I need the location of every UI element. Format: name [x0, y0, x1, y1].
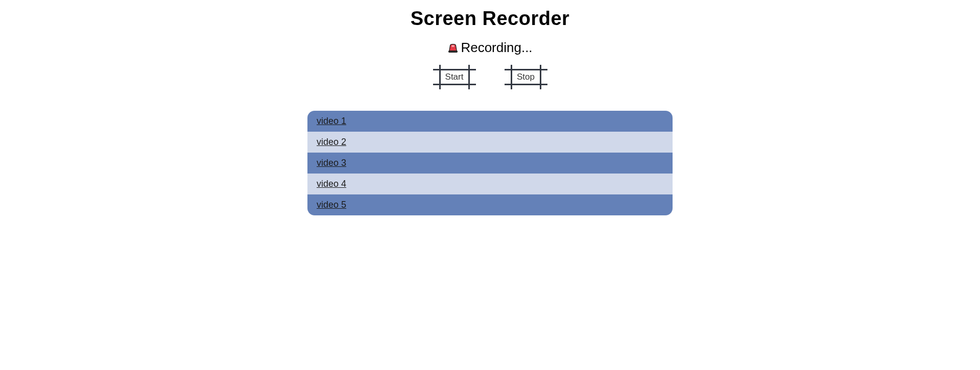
start-button-label: Start — [445, 72, 464, 82]
list-item: video 3 — [307, 153, 673, 174]
video-link[interactable]: video 2 — [317, 137, 346, 147]
siren-icon — [447, 43, 459, 53]
controls-row: Start Stop — [433, 65, 547, 89]
stop-button[interactable]: Stop — [505, 65, 547, 89]
status-text: Recording... — [461, 40, 532, 56]
page-title: Screen Recorder — [411, 8, 570, 30]
video-link[interactable]: video 4 — [317, 179, 346, 189]
svg-point-0 — [452, 45, 455, 47]
stop-button-label: Stop — [517, 72, 535, 82]
list-item: video 1 — [307, 111, 673, 132]
list-item: video 4 — [307, 174, 673, 194]
svg-rect-1 — [449, 51, 458, 52]
recording-status: Recording... — [447, 40, 532, 56]
list-item: video 5 — [307, 194, 673, 215]
list-item: video 2 — [307, 132, 673, 153]
start-button[interactable]: Start — [433, 65, 476, 89]
video-link[interactable]: video 5 — [317, 200, 346, 210]
video-link[interactable]: video 3 — [317, 158, 346, 168]
video-list: video 1 video 2 video 3 video 4 video 5 — [307, 111, 673, 215]
video-link[interactable]: video 1 — [317, 116, 346, 126]
